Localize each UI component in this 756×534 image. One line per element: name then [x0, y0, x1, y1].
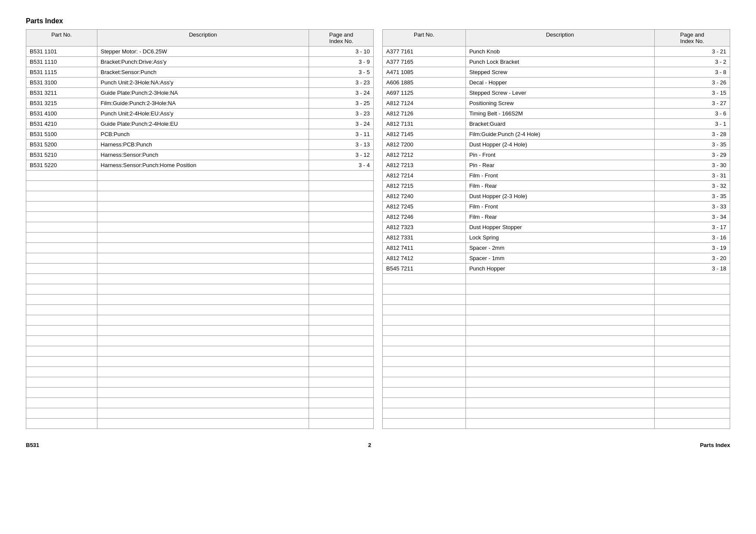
description-cell: Punch Unit:2-3Hole:NA:Ass'y: [97, 78, 309, 88]
page-index-cell-empty: [654, 336, 730, 346]
part-no-cell-empty: [383, 305, 466, 315]
part-no-cell: A812 7246: [383, 212, 466, 222]
description-cell: PCB:Punch: [97, 129, 309, 140]
table-row-empty: [26, 419, 374, 429]
table-row: A377 7161 Punch Knob 3 - 21: [383, 47, 730, 57]
table-row-empty: [26, 326, 374, 336]
page-index-cell-empty: [309, 367, 374, 377]
page-index-cell: 3 - 20: [654, 253, 730, 264]
table-row: A812 7331 Lock Spring 3 - 16: [383, 233, 730, 243]
tables-wrapper: Part No. Description Page andIndex No. B…: [26, 29, 730, 429]
part-no-cell: B531 4100: [26, 109, 97, 119]
part-no-cell: B531 5100: [26, 129, 97, 140]
table-row-empty: [26, 212, 374, 222]
page-index-cell: 3 - 5: [309, 67, 374, 78]
table-row: A812 7246 Film - Rear 3 - 34: [383, 212, 730, 222]
part-no-cell-empty: [383, 377, 466, 388]
description-cell-empty: [465, 377, 654, 388]
page-index-cell-empty: [654, 367, 730, 377]
part-no-cell-empty: [26, 171, 97, 181]
description-cell-empty: [465, 326, 654, 336]
part-no-cell-empty: [26, 264, 97, 274]
table-row-empty: [383, 336, 730, 346]
part-no-cell-empty: [383, 388, 466, 398]
description-cell-empty: [97, 346, 309, 357]
table-row-empty: [383, 367, 730, 377]
part-no-cell-empty: [26, 419, 97, 429]
part-no-cell-empty: [383, 419, 466, 429]
page-index-cell: 3 - 23: [309, 78, 374, 88]
page-index-cell: 3 - 18: [654, 264, 730, 274]
description-cell-empty: [465, 346, 654, 357]
table-row-empty: [26, 274, 374, 284]
table-row-empty: [26, 295, 374, 305]
part-no-cell-empty: [26, 367, 97, 377]
description-cell-empty: [97, 181, 309, 191]
page-index-cell: 3 - 27: [654, 98, 730, 109]
part-no-cell-empty: [383, 315, 466, 326]
description-cell: Spacer - 1mm: [465, 253, 654, 264]
description-cell: Dust Hopper (2-4 Hole): [465, 140, 654, 150]
footer-right: Parts Index: [700, 442, 730, 448]
page-index-cell: 3 - 31: [654, 171, 730, 181]
description-cell: Film - Rear: [465, 181, 654, 191]
part-no-cell: B545 7211: [383, 264, 466, 274]
page-index-cell: 3 - 2: [654, 57, 730, 67]
page-index-cell-empty: [654, 419, 730, 429]
description-cell: Film:Guide:Punch (2-4 Hole): [465, 129, 654, 140]
part-no-cell-empty: [26, 253, 97, 264]
table-row-empty: [26, 202, 374, 212]
table-row-empty: [383, 315, 730, 326]
table-row: B545 7211 Punch Hopper 3 - 18: [383, 264, 730, 274]
table-row: A812 7145 Film:Guide:Punch (2-4 Hole) 3 …: [383, 129, 730, 140]
page-index-cell: 3 - 4: [309, 160, 374, 171]
part-no-cell-empty: [383, 336, 466, 346]
table-row: B531 1115 Bracket:Sensor:Punch 3 - 5: [26, 67, 374, 78]
right-table: Part No. Description Page andIndex No. A…: [382, 29, 730, 429]
table-row: A812 7126 Timing Belt - 166S2M 3 - 6: [383, 109, 730, 119]
page-index-cell: 3 - 30: [654, 160, 730, 171]
page-index-cell: 3 - 10: [309, 47, 374, 57]
description-cell: Guide Plate:Punch:2-4Hole:EU: [97, 119, 309, 129]
part-no-cell-empty: [383, 398, 466, 408]
description-cell-empty: [97, 295, 309, 305]
page-index-cell: 3 - 33: [654, 202, 730, 212]
footer-left: B531: [26, 442, 39, 448]
page-index-cell-empty: [309, 243, 374, 253]
table-row-empty: [26, 346, 374, 357]
part-no-cell-empty: [26, 408, 97, 419]
table-row: B531 3100 Punch Unit:2-3Hole:NA:Ass'y 3 …: [26, 78, 374, 88]
part-no-cell: A812 7331: [383, 233, 466, 243]
page-index-cell-empty: [654, 305, 730, 315]
table-row-empty: [26, 264, 374, 274]
page-index-cell-empty: [309, 357, 374, 367]
description-cell-empty: [97, 212, 309, 222]
description-cell-empty: [465, 305, 654, 315]
page-index-cell-empty: [309, 388, 374, 398]
description-cell-empty: [465, 284, 654, 295]
part-no-cell-empty: [26, 202, 97, 212]
description-cell: Stepped Screw - Lever: [465, 88, 654, 98]
description-cell: Punch Knob: [465, 47, 654, 57]
description-cell: Film - Front: [465, 171, 654, 181]
table-row: B531 1101 Stepper Motor: - DC6.25W 3 - 1…: [26, 47, 374, 57]
page-index-cell: 3 - 21: [654, 47, 730, 57]
description-cell: Stepper Motor: - DC6.25W: [97, 47, 309, 57]
table-row-empty: [26, 357, 374, 367]
part-no-cell: B531 5200: [26, 140, 97, 150]
description-cell-empty: [97, 408, 309, 419]
description-cell-empty: [465, 398, 654, 408]
description-cell: Timing Belt - 166S2M: [465, 109, 654, 119]
table-row: A697 1125 Stepped Screw - Lever 3 - 15: [383, 88, 730, 98]
part-no-cell: A812 7200: [383, 140, 466, 150]
table-row: A812 7323 Dust Hopper Stopper 3 - 17: [383, 222, 730, 233]
table-row-empty: [383, 377, 730, 388]
page-index-cell-empty: [309, 336, 374, 346]
description-cell-empty: [97, 274, 309, 284]
part-no-cell-empty: [26, 284, 97, 295]
page-index-cell: 3 - 6: [654, 109, 730, 119]
description-cell-empty: [97, 222, 309, 233]
description-cell-empty: [97, 326, 309, 336]
description-cell-empty: [465, 315, 654, 326]
part-no-cell: A606 1885: [383, 78, 466, 88]
